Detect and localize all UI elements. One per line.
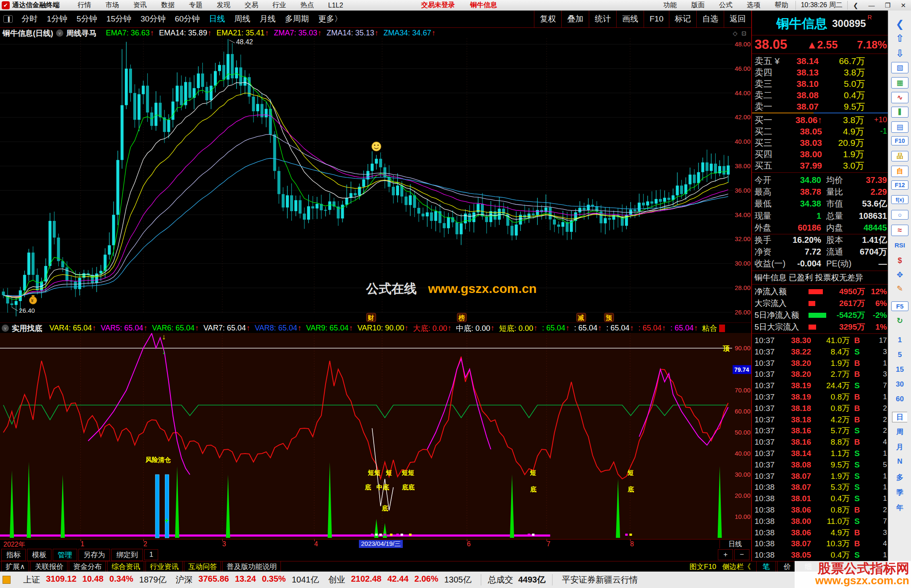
sidebar-period-15[interactable]: 15 (888, 365, 911, 374)
sell-row-5[interactable]: 卖五 ¥38.1466.7万 (755, 55, 887, 67)
period-更多〉[interactable]: 更多〉 (314, 13, 347, 24)
tick-row[interactable]: 10:3738.184.2万B2 (755, 414, 887, 425)
period-月线[interactable]: 月线 (255, 13, 280, 24)
tick-row[interactable]: 10:3738.190.8万B1 (755, 392, 887, 403)
block-tree-icon[interactable]: 品 (891, 151, 908, 161)
menu-item-4[interactable]: 专题 (182, 1, 210, 10)
page-up-icon[interactable]: ⇧ (888, 32, 911, 44)
quote-board-icon[interactable]: ▦ (891, 77, 908, 89)
tick-row[interactable]: 10:3838.075.3万S1 (755, 482, 887, 493)
menu-item-right-2[interactable]: 公式 (712, 1, 740, 10)
tick-row[interactable]: 10:3738.228.4万S3 (755, 346, 887, 357)
menu-item-5[interactable]: 发现 (210, 1, 237, 10)
tick-row[interactable]: 10:3838.050.4万S1 (755, 550, 887, 561)
menu-item-right-4[interactable]: 帮助 (768, 1, 795, 10)
draw-pencil-icon[interactable]: ✎ (888, 284, 911, 293)
sell-row-1[interactable]: 卖一38.079.5万 (755, 101, 887, 112)
toolbar-button-F10[interactable]: F10 (644, 11, 669, 27)
login-status[interactable]: 交易未登录 (414, 1, 463, 10)
buy-row-5[interactable]: 买五37.993.0万 (755, 160, 887, 171)
index-沪深[interactable]: 沪深3765.8613.240.35%1041亿 (176, 574, 319, 585)
tab-另存为[interactable]: 另存为 (78, 549, 110, 561)
report-check-icon[interactable]: ▧ (891, 62, 908, 73)
menu-item-right-3[interactable]: 选项 (740, 1, 768, 10)
tick-row[interactable]: 10:3838.0011.0万S7 (755, 516, 887, 527)
tick-row[interactable]: 10:3838.010.4万S1 (755, 493, 887, 504)
buy-row-3[interactable]: 买三38.0320.9万 (755, 137, 887, 148)
menu-item-9[interactable]: L1L2 (321, 2, 350, 9)
sidebar-period-1[interactable]: 1 (888, 336, 911, 344)
minimize-icon[interactable]: — (863, 2, 880, 9)
zoom-out-button[interactable]: − (734, 549, 749, 560)
collapse-indicator-icon[interactable]: ˅ (2, 325, 9, 332)
tick-row[interactable]: 10:3738.201.9万B1 (755, 358, 887, 369)
diamond-icon[interactable]: ◇ (733, 30, 737, 37)
menu-item-0[interactable]: 行情 (70, 1, 98, 10)
main-candlestick-chart[interactable]: 48.0046.0044.0042.0040.0038.0036.0034.00… (0, 38, 751, 322)
tab2-行业资讯[interactable]: 行业资讯 (146, 561, 183, 572)
tab-指标[interactable]: 指标 (1, 549, 26, 561)
index-上证[interactable]: 上证3109.1210.480.34%1879亿 (23, 574, 167, 585)
split-view-icon[interactable]: ▐ (3, 15, 13, 23)
tab2-关联报价[interactable]: 关联报价 (30, 561, 67, 572)
tick-row[interactable]: 10:3738.202.7万B3 (755, 369, 887, 380)
close-icon[interactable]: ✕ (895, 2, 911, 9)
tick-row[interactable]: 10:3738.071.9万S1 (755, 471, 887, 482)
toolbar-button-复权[interactable]: 复权 (534, 11, 561, 27)
period-5分钟[interactable]: 5分钟 (72, 13, 102, 24)
f12-icon[interactable]: F12 (891, 180, 908, 190)
mini-tab-笔[interactable]: 笔 (756, 561, 776, 572)
toolbar-button-叠加[interactable]: 叠加 (561, 11, 589, 27)
tab2-普及版功能说明[interactable]: 普及版功能说明 (222, 561, 281, 572)
formula-icon[interactable]: f(x) (891, 195, 908, 204)
tick-row[interactable]: 10:3838.064.9万B3 (755, 527, 887, 538)
tab2-资金分布[interactable]: 资金分布 (69, 561, 106, 572)
tick-row[interactable]: 10:3738.1924.4万S7 (755, 380, 887, 391)
mini-tab-价[interactable]: 价 (777, 561, 797, 572)
period-1分钟[interactable]: 1分钟 (42, 13, 72, 24)
menu-item-1[interactable]: 市场 (98, 1, 126, 10)
sidebar-tab-周[interactable]: 周 (888, 427, 911, 437)
sidebar-period-30[interactable]: 30 (888, 380, 911, 389)
period-15分钟[interactable]: 15分钟 (102, 13, 136, 24)
tab-管理[interactable]: 管理 (53, 549, 77, 561)
menu-item-7[interactable]: 行业 (265, 1, 293, 10)
wave-icon[interactable]: ≈ (891, 225, 908, 236)
menu-item-3[interactable]: 数据 (154, 1, 182, 10)
period-周线[interactable]: 周线 (230, 13, 255, 24)
back-icon[interactable]: ❮ (888, 18, 911, 30)
toolbar-button-画线[interactable]: 画线 (616, 11, 644, 27)
rsi-icon[interactable]: RSI (888, 242, 911, 249)
zoom-in-button[interactable]: + (718, 549, 733, 560)
collapse-chart-icon[interactable]: ˅ (56, 30, 63, 37)
tick-row[interactable]: 10:3738.141.1万S1 (755, 448, 887, 459)
sell-row-3[interactable]: 卖三38.105.0万 (755, 78, 887, 89)
tab2r-侧边栏《[interactable]: 侧边栏《 (719, 561, 754, 572)
toolbar-button-标记[interactable]: 标记 (669, 11, 696, 27)
tab-绑定到[interactable]: 绑定到 (111, 549, 143, 561)
tab-模板[interactable]: 模板 (27, 549, 51, 561)
period-多周期[interactable]: 多周期 (280, 13, 314, 24)
pin-icon[interactable]: ⊡ (741, 30, 747, 37)
menu-item-6[interactable]: 交易 (237, 1, 265, 10)
tab-1[interactable]: 1 (144, 549, 158, 560)
menu-item-2[interactable]: 资讯 (126, 1, 154, 10)
news-icon[interactable]: ▤ (891, 121, 908, 133)
sidebar-tab-年[interactable]: 年 (888, 503, 911, 513)
stock-shortcut[interactable]: 铜牛信息 (463, 1, 505, 10)
circle-tool-icon[interactable]: ○ (891, 210, 908, 220)
sidebar-tab-N[interactable]: N (888, 457, 911, 466)
menu-item-8[interactable]: 热点 (293, 1, 321, 10)
index-创业[interactable]: 创业2102.4842.442.06%1305亿 (328, 574, 472, 585)
tick-row[interactable]: 10:3738.168.8万B4 (755, 437, 887, 448)
sidebar-tab-多[interactable]: 多 (888, 473, 911, 482)
sell-row-2[interactable]: 卖二38.080.4万 (755, 89, 887, 101)
toolbar-button-自选[interactable]: 自选 (696, 11, 724, 27)
restore-icon[interactable]: ❐ (880, 2, 895, 9)
period-30分钟[interactable]: 30分钟 (136, 13, 170, 24)
sidebar-tab-月[interactable]: 月 (888, 442, 911, 452)
date-axis[interactable]: 2022年12346782023/04/19/三日线 (0, 539, 751, 549)
indicator-panel[interactable]: 90.0080.0070.0060.0050.0040.0030.0020.00… (0, 333, 751, 539)
menu-item-right-0[interactable]: 功能 (656, 1, 684, 10)
tick-row[interactable]: 10:3738.3041.0万B17 (755, 335, 887, 346)
